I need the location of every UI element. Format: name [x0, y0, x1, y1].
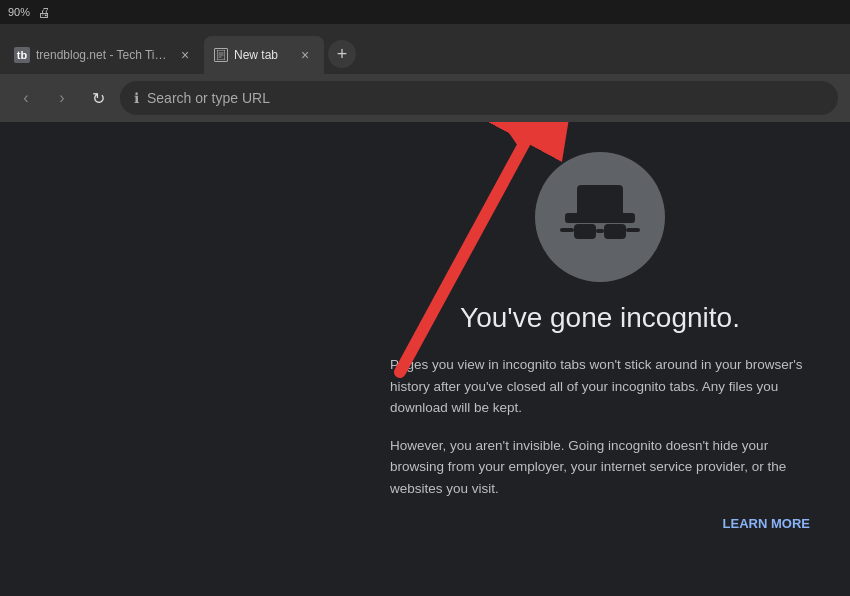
tab-close-trendblog[interactable]: ×	[176, 46, 194, 64]
info-icon: ℹ	[134, 90, 139, 106]
zoom-level: 90%	[8, 6, 30, 18]
back-button[interactable]: ‹	[12, 84, 40, 112]
svg-rect-13	[626, 228, 640, 232]
address-bar[interactable]: ℹ Search or type URL	[120, 81, 838, 115]
learn-more-link[interactable]: LEARN MORE	[390, 516, 810, 531]
tab-page-icon-newtab	[214, 48, 228, 62]
incognito-title: You've gone incognito.	[390, 302, 810, 334]
svg-rect-9	[560, 228, 574, 232]
svg-rect-8	[577, 185, 623, 217]
tab-title-newtab: New tab	[234, 48, 290, 62]
svg-rect-10	[574, 224, 596, 239]
svg-rect-11	[596, 229, 604, 233]
system-bar: 90% 🖨	[0, 0, 850, 24]
reload-icon: ↻	[92, 89, 105, 108]
page-doc-icon	[217, 50, 225, 60]
forward-icon: ›	[59, 89, 64, 107]
new-tab-button[interactable]: +	[328, 40, 356, 68]
tab-title-trendblog: trendblog.net - Tech Tips, Tu...	[36, 48, 170, 62]
tab-favicon-trendblog: tb	[14, 47, 30, 63]
tab-close-newtab[interactable]: ×	[296, 46, 314, 64]
incognito-hat-glasses-svg	[555, 175, 645, 260]
main-content: You've gone incognito. Pages you view in…	[0, 122, 850, 596]
svg-rect-12	[604, 224, 626, 239]
back-icon: ‹	[23, 89, 28, 107]
incognito-icon-circle	[535, 152, 665, 282]
incognito-content: You've gone incognito. Pages you view in…	[350, 122, 850, 596]
printer-icon: 🖨	[38, 5, 51, 20]
incognito-body-1: Pages you view in incognito tabs won't s…	[390, 354, 810, 419]
forward-button[interactable]: ›	[48, 84, 76, 112]
reload-button[interactable]: ↻	[84, 84, 112, 112]
incognito-body-2: However, you aren't invisible. Going inc…	[390, 435, 810, 500]
tab-bar: tb trendblog.net - Tech Tips, Tu... × Ne…	[0, 24, 850, 74]
address-bar-container: ‹ › ↻ ℹ Search or type URL	[0, 74, 850, 122]
url-placeholder: Search or type URL	[147, 90, 270, 106]
tab-newtab[interactable]: New tab ×	[204, 36, 324, 74]
tab-trendblog[interactable]: tb trendblog.net - Tech Tips, Tu... ×	[4, 36, 204, 74]
incognito-icon-container	[390, 152, 810, 282]
